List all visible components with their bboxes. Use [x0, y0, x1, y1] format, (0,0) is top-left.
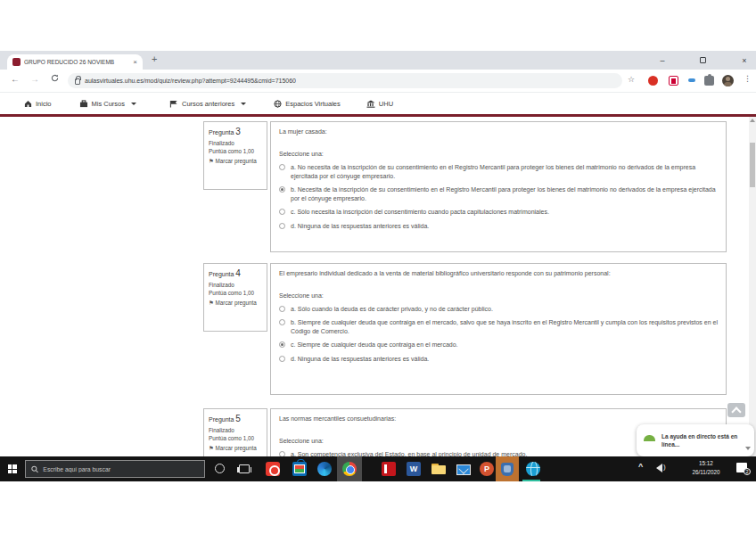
taskbar-app-store[interactable]: [287, 456, 312, 481]
question-info-4: Pregunta 4 Finalizado Puntúa como 1,00 ⚑…: [203, 263, 267, 332]
url-text: aulasvirtuales.uhu.es/mod/quiz/review.ph…: [85, 78, 296, 84]
radio-button[interactable]: [279, 164, 285, 170]
taskbar-app-edge[interactable]: [312, 456, 337, 481]
nav-item-cursos-anteriores[interactable]: Cursos anteriores: [169, 100, 246, 108]
extensions-puzzle-icon[interactable]: [704, 76, 714, 86]
answer-option[interactable]: a. No necesita de la inscripción de su c…: [279, 163, 718, 181]
answer-option[interactable]: b. Necesita de la inscripción de su cons…: [279, 185, 718, 203]
extension-adblock-icon[interactable]: [648, 76, 658, 86]
answer-prompt: Seleccione una:: [279, 292, 718, 300]
taskbar-clock[interactable]: 15:12 26/11/2020: [681, 459, 731, 477]
taskbar-app-active[interactable]: [496, 456, 519, 481]
support-agent-icon: [643, 434, 656, 448]
globe-icon: [274, 100, 282, 108]
taskbar-app-red[interactable]: [260, 456, 285, 481]
browser-tab-bar: GRUPO REDUCIDO 26 NOVIEMB × + – ×: [0, 51, 756, 70]
radio-button[interactable]: [279, 223, 285, 229]
search-input[interactable]: [43, 466, 199, 472]
question-grade: Puntúa como 1,00: [209, 289, 262, 297]
nav-item-inicio[interactable]: Inicio: [24, 100, 52, 108]
option-label: a. No necesita de la inscripción de su c…: [291, 163, 718, 181]
radio-button[interactable]: [279, 186, 285, 193]
bank-icon: [366, 100, 375, 108]
taskbar-app-chrome[interactable]: [337, 456, 362, 481]
word-icon: W: [407, 462, 421, 476]
back-to-top-button[interactable]: [727, 403, 745, 417]
scroll-up-arrow-icon[interactable]: [750, 119, 755, 122]
tab-close-icon[interactable]: ×: [133, 59, 137, 66]
question-text: La mujer casada:: [279, 127, 718, 136]
question-status: Finalizado: [209, 426, 262, 434]
clock-date: 26/11/2020: [681, 468, 731, 477]
extension-red-white-icon[interactable]: [669, 76, 678, 86]
option-label: c. Siempre de cualquier deuda que contra…: [291, 341, 718, 349]
radio-button[interactable]: [279, 356, 285, 362]
answer-option[interactable]: a. Sólo cuando la deuda es de carácter p…: [279, 305, 718, 314]
nav-item-mis-cursos[interactable]: Mis Cursos: [79, 100, 137, 108]
site-navbar: Inicio Mis Cursos Cursos anteriores Espa…: [0, 93, 756, 117]
page-scrollbar[interactable]: [749, 117, 756, 456]
question-label: Pregunta: [209, 129, 234, 136]
extension-blue-icon[interactable]: [686, 76, 696, 86]
radio-button[interactable]: [279, 209, 285, 215]
taskbar-app-explorer[interactable]: [426, 456, 451, 481]
question-content-4: El empresario individual dedicado a la v…: [270, 263, 727, 395]
tray-expand-icon[interactable]: ^: [638, 462, 643, 471]
flag-question-link[interactable]: ⚑ Marcar pregunta: [209, 157, 262, 165]
task-view-icon[interactable]: [239, 464, 250, 473]
padlock-icon: [75, 78, 80, 85]
answer-option[interactable]: c. Sólo necesita la inscripción del cons…: [279, 208, 718, 217]
window-minimize-button[interactable]: –: [649, 51, 676, 70]
live-help-widget[interactable]: La ayuda en directo está en línea...: [637, 424, 754, 456]
mail-icon: [456, 464, 471, 475]
flag-icon: ⚑: [209, 158, 214, 164]
browser-tab[interactable]: GRUPO REDUCIDO 26 NOVIEMB ×: [7, 54, 143, 70]
action-center-icon[interactable]: 2: [736, 463, 747, 472]
answer-option[interactable]: c. Siempre de cualquier deuda que contra…: [279, 341, 718, 349]
scrollbar-thumb[interactable]: [750, 143, 755, 187]
taskbar-app-globe[interactable]: [521, 456, 546, 481]
shield-app-icon: [501, 463, 514, 476]
radio-button[interactable]: [279, 341, 285, 348]
nav-item-espacios-virtuales[interactable]: Espacios Virtuales: [274, 100, 341, 108]
answer-option[interactable]: d. Ninguna de las respuestas anteriores …: [279, 222, 718, 231]
taskbar-search[interactable]: [25, 460, 205, 478]
nav-item-uhu[interactable]: UHU: [366, 100, 393, 108]
window-close-button[interactable]: ×: [731, 51, 756, 70]
home-icon: [24, 100, 32, 108]
radio-button[interactable]: [279, 306, 285, 312]
file-explorer-icon: [431, 462, 446, 476]
radio-button[interactable]: [279, 319, 285, 325]
reload-icon[interactable]: [51, 74, 59, 84]
question-grade: Puntúa como 1,00: [209, 434, 262, 442]
flag-question-link[interactable]: ⚑ Marcar pregunta: [209, 299, 262, 307]
taskbar-app-mail[interactable]: [451, 456, 476, 481]
address-bar[interactable]: aulasvirtuales.uhu.es/mod/quiz/review.ph…: [68, 73, 622, 88]
running-app-indicator: [522, 480, 540, 481]
answer-option[interactable]: d. Ninguna de las respuestas anteriores …: [279, 355, 718, 364]
window-restore-button[interactable]: [689, 51, 716, 70]
new-tab-button[interactable]: +: [152, 53, 157, 64]
browser-menu-icon[interactable]: ⋮: [744, 74, 752, 83]
scroll-down-arrow-icon[interactable]: [745, 447, 751, 450]
bookmark-star-icon[interactable]: ☆: [628, 75, 635, 84]
option-label: c. Sólo necesita la inscripción del cons…: [291, 208, 718, 217]
question-status: Finalizado: [209, 281, 262, 289]
clock-time: 15:12: [681, 459, 731, 468]
volume-icon[interactable]: [656, 464, 662, 472]
cortana-icon[interactable]: [215, 464, 225, 473]
flag-icon: [169, 100, 178, 108]
nav-label: Cursos anteriores: [182, 100, 234, 108]
start-button[interactable]: [0, 456, 24, 481]
flag-icon: ⚑: [209, 445, 214, 451]
option-label: b. Siempre de cualquier deuda que contra…: [291, 318, 718, 336]
flag-question-link[interactable]: ⚑ Marcar pregunta: [209, 444, 262, 452]
flag-label: Marcar pregunta: [216, 300, 257, 306]
forward-button[interactable]: →: [30, 74, 39, 84]
answer-option[interactable]: b. Siempre de cualquier deuda que contra…: [279, 318, 718, 336]
edge-icon: [317, 462, 332, 476]
taskbar-app-redbook[interactable]: [376, 456, 401, 481]
back-button[interactable]: ←: [11, 74, 20, 84]
taskbar-app-word[interactable]: W: [401, 456, 426, 481]
profile-avatar[interactable]: [722, 75, 734, 86]
